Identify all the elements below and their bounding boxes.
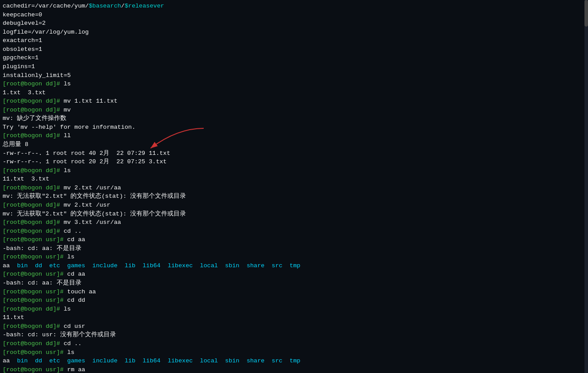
- line-33: -bash: cd: aa: 不是目录: [3, 279, 585, 288]
- line-13: [root@bogon dd]# mv: [3, 106, 585, 115]
- line-36: [root@bogon dd]# ls: [3, 305, 585, 314]
- line-10: [root@bogon dd]# ls: [3, 80, 585, 88]
- line-27: [root@bogon dd]# cd ..: [3, 227, 585, 236]
- line-26: [root@bogon dd]# mv 3.txt /usr/aa: [3, 218, 585, 227]
- line-15: Try 'mv --help' for more information.: [3, 123, 585, 132]
- line-8: plugins=1: [3, 62, 585, 71]
- line-37: 11.txt: [3, 313, 585, 322]
- line-34: [root@bogon usr]# touch aa: [3, 288, 585, 296]
- scrollbar-thumb[interactable]: [584, 0, 588, 27]
- line-1: cachedir=/var/cache/yum/$basearch/$relea…: [3, 2, 585, 11]
- line-6: obsoletes=1: [3, 45, 585, 54]
- line-18: -rw-r--r--. 1 root root 40 2月 22 07:29 1…: [3, 149, 585, 158]
- line-12: [root@bogon dd]# mv 1.txt 11.txt: [3, 97, 585, 106]
- line-22: [root@bogon dd]# mv 2.txt /usr/aa: [3, 184, 585, 192]
- line-43: [root@bogon usr]# rm aa: [3, 365, 585, 373]
- line-28: [root@bogon usr]# cd aa: [3, 235, 585, 244]
- line-16: [root@bogon dd]# ll: [3, 131, 585, 140]
- line-39: -bash: cd: usr: 没有那个文件或目录: [3, 331, 585, 339]
- line-41: [root@bogon usr]# ls: [3, 348, 585, 357]
- line-25: mv: 无法获取"2.txt" 的文件状态(stat): 没有那个文件或目录: [3, 210, 585, 219]
- line-32: [root@bogon usr]# cd aa: [3, 270, 585, 279]
- line-42: aa bin dd etc games include lib lib64 li…: [3, 357, 585, 365]
- line-2: keepcache=0: [3, 11, 585, 19]
- line-14: mv: 缺少了文件操作数: [3, 114, 585, 123]
- line-7: gpgcheck=1: [3, 54, 585, 62]
- line-21: 11.txt 3.txt: [3, 175, 585, 184]
- line-17: 总用量 8: [3, 140, 585, 149]
- terminal: cachedir=/var/cache/yum/$basearch/$relea…: [0, 0, 588, 373]
- line-5: exactarch=1: [3, 36, 585, 45]
- line-30: [root@bogon usr]# ls: [3, 253, 585, 261]
- line-31: aa bin dd etc games include lib lib64 li…: [3, 261, 585, 270]
- line-9: installonly_limit=5: [3, 71, 585, 80]
- line-24: [root@bogon dd]# mv 2.txt /usr: [3, 201, 585, 210]
- line-40: [root@bogon dd]# cd ..: [3, 339, 585, 348]
- line-3: debuglevel=2: [3, 19, 585, 28]
- line-35: [root@bogon usr]# cd dd: [3, 296, 585, 305]
- line-11: 1.txt 3.txt: [3, 88, 585, 97]
- line-23: mv: 无法获取"2.txt" 的文件状态(stat): 没有那个文件或目录: [3, 192, 585, 201]
- line-20: [root@bogon dd]# ls: [3, 166, 585, 175]
- line-38: [root@bogon dd]# cd usr: [3, 322, 585, 331]
- scrollbar[interactable]: [584, 0, 588, 373]
- line-19: -rw-r--r--. 1 root root 20 2月 22 07:25 3…: [3, 158, 585, 166]
- line-29: -bash: cd: aa: 不是目录: [3, 244, 585, 253]
- line-4: logfile=/var/log/yum.log: [3, 28, 585, 37]
